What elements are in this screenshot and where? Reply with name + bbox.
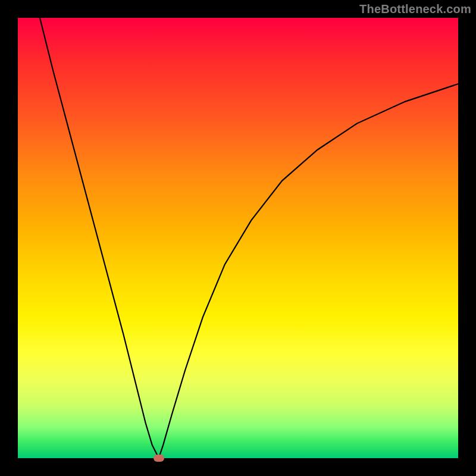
bottleneck-curve (40, 18, 458, 458)
watermark-text: TheBottleneck.com (359, 2, 471, 16)
plot-area (18, 18, 458, 458)
optimal-marker (154, 455, 164, 462)
chart-container: TheBottleneck.com (0, 0, 476, 476)
curve-svg (18, 18, 458, 458)
